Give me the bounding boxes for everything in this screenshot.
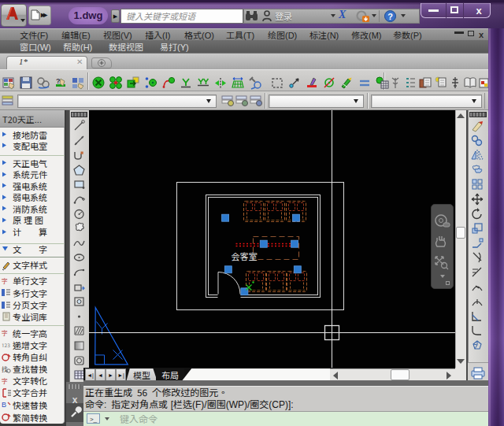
svg-text:字: 字 [2,277,8,285]
svg-text:B: B [2,400,6,409]
svg-text:123: 123 [2,343,10,348]
svg-text:会客室: 会客室 [232,251,258,261]
svg-text:字: 字 [2,377,8,385]
svg-text:字: 字 [2,329,8,337]
svg-text:?: ? [387,12,393,21]
